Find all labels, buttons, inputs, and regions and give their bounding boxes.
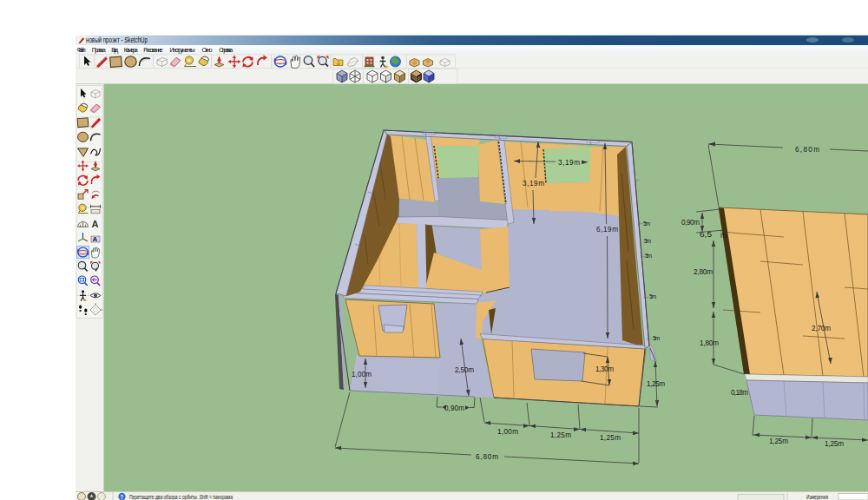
svg-text:Камера: Камера: [124, 46, 138, 54]
svg-text:5m: 5m: [643, 220, 650, 227]
svg-text:1,80m: 1,80m: [700, 339, 719, 347]
svg-text:5m: 5m: [649, 293, 656, 299]
svg-text:3,19m: 3,19m: [523, 180, 544, 188]
svg-text:Перетащите два обзора с орбиты: Перетащите два обзора с орбиты. Shift = …: [129, 494, 233, 500]
svg-text:5m: 5m: [653, 335, 660, 341]
svg-text:1,25m: 1,25m: [550, 431, 571, 439]
svg-text:m: m: [720, 232, 727, 240]
svg-text:Файл: Файл: [77, 46, 86, 54]
svg-text:новый проэкт - SketchUp: новый проэкт - SketchUp: [86, 36, 148, 44]
svg-text:1,00m: 1,00m: [352, 371, 372, 378]
svg-text:0,90m: 0,90m: [681, 219, 700, 227]
svg-text:1,25m: 1,25m: [825, 440, 844, 448]
svg-text:5m: 5m: [645, 253, 652, 259]
svg-text:Рисование: Рисование: [143, 46, 163, 54]
svg-text:Измерения: Измерения: [806, 494, 828, 500]
svg-text:6,80m: 6,80m: [476, 453, 498, 461]
svg-text:0,18m: 0,18m: [731, 389, 748, 397]
svg-text:Вид: Вид: [111, 46, 119, 54]
svg-text:6,19m: 6,19m: [596, 226, 618, 234]
svg-text:Окно: Окно: [202, 46, 213, 54]
svg-text:1,30m: 1,30m: [595, 365, 614, 373]
svg-text:1,25m: 1,25m: [769, 438, 788, 445]
svg-text:0,90m: 0,90m: [444, 405, 464, 412]
svg-text:5m: 5m: [644, 238, 651, 244]
svg-text:Правка: Правка: [92, 46, 106, 54]
svg-text:?: ?: [120, 494, 123, 500]
svg-text:2,50m: 2,50m: [455, 366, 474, 374]
svg-text:Справка: Справка: [219, 46, 233, 54]
svg-text:1,25m: 1,25m: [647, 380, 665, 388]
svg-text:1,25m: 1,25m: [600, 434, 621, 442]
svg-text:2,80m: 2,80m: [694, 268, 713, 276]
svg-text:3,19m: 3,19m: [558, 159, 580, 167]
svg-text:Инструменты: Инструменты: [170, 46, 195, 54]
svg-text:1,00m: 1,00m: [497, 428, 518, 436]
svg-text:2,70m: 2,70m: [812, 325, 831, 332]
